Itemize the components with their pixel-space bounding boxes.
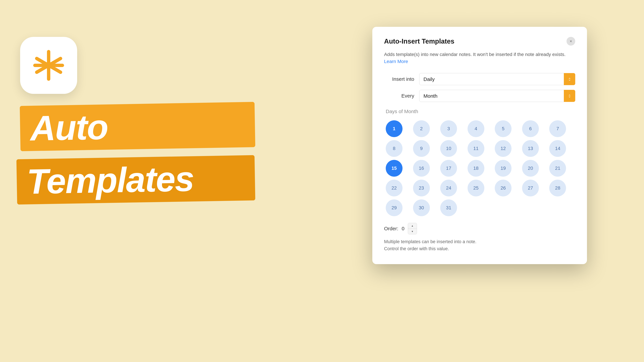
day-button-30[interactable]: 30	[413, 199, 430, 216]
day-button-22[interactable]: 22	[386, 180, 402, 196]
day-button-28[interactable]: 28	[549, 180, 566, 196]
day-button-7[interactable]: 7	[549, 120, 566, 137]
day-button-1[interactable]: 1	[386, 120, 402, 137]
brand-banner-1: Auto	[20, 102, 255, 151]
brand-text-1: Auto	[30, 107, 108, 148]
day-button-18[interactable]: 18	[468, 160, 484, 177]
day-button-17[interactable]: 17	[440, 160, 457, 177]
order-increment-button[interactable]	[408, 223, 417, 229]
day-button-16[interactable]: 16	[413, 160, 430, 177]
brand-banner-2: Templates	[16, 155, 255, 205]
order-description: Multiple templates can be inserted into …	[384, 238, 575, 252]
order-desc-line1: Multiple templates can be inserted into …	[384, 239, 476, 244]
days-grid: 1234567891011121314151617181920212223242…	[384, 120, 575, 216]
order-value: 0	[402, 226, 404, 231]
asterisk-icon	[30, 47, 67, 84]
day-button-11[interactable]: 11	[468, 140, 484, 157]
insert-into-select-wrapper: Daily Weekly Monthly	[419, 73, 575, 85]
app-icon	[20, 37, 77, 94]
days-of-month-title: Days of Month	[384, 109, 575, 114]
day-button-25[interactable]: 25	[468, 180, 484, 196]
order-desc-line2: Control the order with this value.	[384, 246, 449, 251]
day-button-21[interactable]: 21	[549, 160, 566, 177]
day-button-6[interactable]: 6	[522, 120, 539, 137]
order-row: Order: 0	[384, 223, 575, 234]
modal-title: Auto-Insert Templates	[384, 37, 454, 45]
learn-more-link[interactable]: Learn More	[384, 59, 408, 64]
every-row: Every Month Week Day	[384, 90, 575, 102]
day-button-27[interactable]: 27	[522, 180, 539, 196]
day-button-29[interactable]: 29	[386, 199, 402, 216]
day-button-12[interactable]: 12	[495, 140, 512, 157]
close-button[interactable]: ×	[566, 37, 575, 45]
every-select-wrapper: Month Week Day	[419, 90, 575, 102]
insert-into-label: Insert into	[384, 76, 414, 82]
day-button-20[interactable]: 20	[522, 160, 539, 177]
day-button-23[interactable]: 23	[413, 180, 430, 196]
day-button-26[interactable]: 26	[495, 180, 512, 196]
description-text: Adds template(s) into new calendar notes…	[384, 52, 566, 57]
modal-header: Auto-Insert Templates ×	[384, 37, 575, 45]
day-button-5[interactable]: 5	[495, 120, 512, 137]
close-icon: ×	[570, 39, 572, 43]
order-stepper	[408, 223, 417, 234]
branding-area: Auto Templates	[20, 37, 255, 202]
day-button-2[interactable]: 2	[413, 120, 430, 137]
day-button-4[interactable]: 4	[468, 120, 484, 137]
day-button-9[interactable]: 9	[413, 140, 430, 157]
insert-into-select[interactable]: Daily Weekly Monthly	[419, 73, 575, 85]
days-of-month-section: Days of Month 12345678910111213141516171…	[384, 109, 575, 216]
every-label: Every	[384, 93, 414, 99]
day-button-14[interactable]: 14	[549, 140, 566, 157]
brand-text-2: Templates	[26, 159, 194, 201]
day-button-13[interactable]: 13	[522, 140, 539, 157]
day-button-10[interactable]: 10	[440, 140, 457, 157]
day-button-19[interactable]: 19	[495, 160, 512, 177]
day-button-24[interactable]: 24	[440, 180, 457, 196]
modal-description: Adds template(s) into new calendar notes…	[384, 51, 575, 65]
order-label: Order:	[384, 226, 398, 231]
day-button-31[interactable]: 31	[440, 199, 457, 216]
svg-rect-2	[47, 67, 50, 81]
insert-into-row: Insert into Daily Weekly Monthly	[384, 73, 575, 85]
every-select[interactable]: Month Week Day	[419, 90, 575, 102]
day-button-8[interactable]: 8	[386, 140, 402, 157]
svg-rect-1	[47, 50, 50, 63]
auto-insert-modal: Auto-Insert Templates × Adds template(s)…	[372, 27, 587, 264]
day-button-3[interactable]: 3	[440, 120, 457, 137]
order-decrement-button[interactable]	[408, 229, 417, 234]
day-button-15[interactable]: 15	[386, 160, 402, 177]
